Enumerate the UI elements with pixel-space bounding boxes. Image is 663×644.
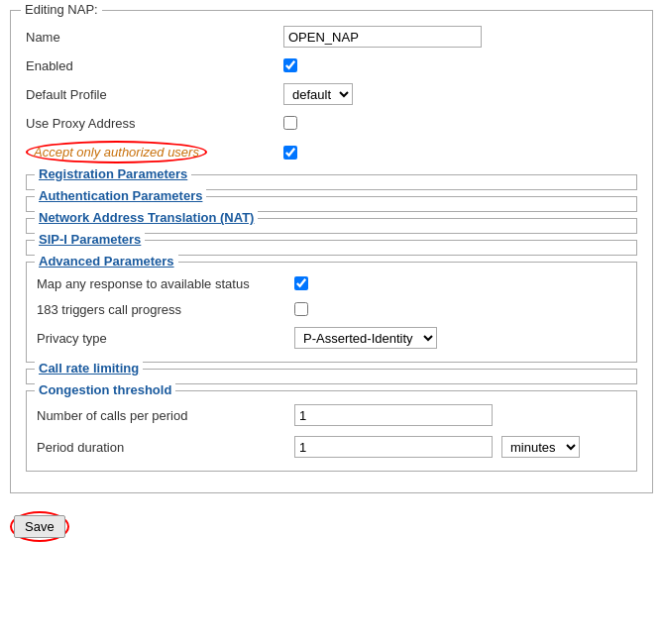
privacy-control: P-Asserted-Identity P-Preferred-Identity…	[294, 327, 626, 349]
default-profile-control: default	[283, 83, 637, 105]
name-label: Name	[26, 30, 283, 45]
period-unit-select[interactable]: minutes seconds hours	[501, 436, 580, 458]
period-duration-label: Period duration	[37, 440, 294, 455]
accept-users-label: Accept only authorized users	[26, 141, 283, 163]
authentication-legend[interactable]: Authentication Parameters	[35, 188, 206, 203]
nat-legend[interactable]: Network Address Translation (NAT)	[35, 210, 258, 225]
enabled-checkbox[interactable]	[283, 58, 297, 72]
calls-per-period-row: Number of calls per period	[37, 399, 626, 431]
sipi-legend[interactable]: SIP-I Parameters	[35, 232, 145, 247]
enabled-row: Enabled	[26, 53, 637, 78]
advanced-section: Advanced Parameters Map any response to …	[26, 262, 637, 363]
outer-legend: Editing NAP:	[21, 2, 102, 17]
calls-per-period-input[interactable]	[294, 404, 493, 426]
name-input[interactable]	[283, 26, 482, 48]
period-duration-row: Period duration minutes seconds hours	[37, 431, 626, 463]
calls-per-period-label: Number of calls per period	[37, 408, 294, 423]
accept-users-checkbox[interactable]	[283, 146, 297, 160]
map-response-checkbox[interactable]	[294, 276, 308, 290]
triggers-label: 183 triggers call progress	[37, 302, 294, 317]
save-button-wrapper: Save	[10, 511, 69, 542]
registration-legend[interactable]: Registration Parameters	[35, 166, 191, 181]
enabled-control	[283, 58, 637, 72]
editing-nap-panel: Editing NAP: Name Enabled Default Profil…	[10, 10, 653, 493]
use-proxy-label: Use Proxy Address	[26, 116, 283, 131]
privacy-select[interactable]: P-Asserted-Identity P-Preferred-Identity…	[294, 327, 437, 349]
calls-per-period-control	[294, 404, 626, 426]
use-proxy-control	[283, 116, 637, 130]
privacy-row: Privacy type P-Asserted-Identity P-Prefe…	[37, 322, 626, 354]
advanced-legend[interactable]: Advanced Parameters	[35, 254, 178, 268]
accept-users-text: Accept only authorized users	[26, 141, 207, 163]
triggers-checkbox[interactable]	[294, 302, 308, 316]
accept-users-control	[283, 146, 637, 160]
congestion-legend: Congestion threshold	[35, 382, 175, 397]
call-rate-legend[interactable]: Call rate limiting	[35, 361, 143, 376]
map-response-label: Map any response to available status	[37, 276, 294, 291]
map-response-control	[294, 276, 626, 290]
accept-users-row: Accept only authorized users	[26, 136, 637, 168]
name-row: Name	[26, 21, 637, 53]
enabled-label: Enabled	[26, 58, 283, 73]
default-profile-row: Default Profile default	[26, 78, 637, 110]
use-proxy-checkbox[interactable]	[283, 116, 297, 130]
use-proxy-row: Use Proxy Address	[26, 110, 637, 136]
triggers-row: 183 triggers call progress	[37, 296, 626, 322]
period-duration-input[interactable]	[294, 436, 493, 458]
default-profile-label: Default Profile	[26, 87, 283, 102]
default-profile-select[interactable]: default	[283, 83, 353, 105]
save-button[interactable]: Save	[14, 515, 65, 538]
privacy-label: Privacy type	[37, 331, 294, 346]
triggers-control	[294, 302, 626, 316]
period-duration-control: minutes seconds hours	[294, 436, 626, 458]
congestion-section: Congestion threshold Number of calls per…	[26, 390, 637, 472]
name-control	[283, 26, 637, 48]
map-response-row: Map any response to available status	[37, 270, 626, 296]
